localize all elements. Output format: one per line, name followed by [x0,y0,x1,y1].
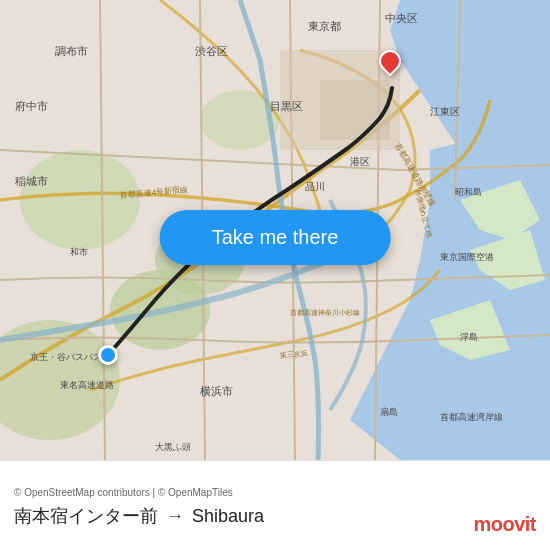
svg-text:横浜市: 横浜市 [200,385,233,397]
svg-text:調布市: 調布市 [55,45,88,57]
svg-text:品川: 品川 [305,181,325,192]
svg-text:目黒区: 目黒区 [270,100,303,112]
svg-text:東名高速道路: 東名高速道路 [60,380,114,390]
svg-point-7 [20,150,140,250]
svg-text:和市: 和市 [70,247,88,257]
svg-text:江東区: 江東区 [430,106,460,117]
svg-text:東京都: 東京都 [308,20,341,32]
svg-text:扇島: 扇島 [380,407,398,417]
attribution: © OpenStreetMap contributors | © OpenMap… [14,487,536,498]
destination-pin [379,50,401,72]
route-arrow: → [166,506,184,527]
svg-text:府中市: 府中市 [15,100,48,112]
moovit-brand-text: moovit [473,513,536,536]
svg-text:首都高速神奈川小杉線: 首都高速神奈川小杉線 [290,309,360,316]
bottom-bar: © OpenStreetMap contributors | © OpenMap… [0,460,550,550]
app-container: 府中市 調布市 稲城市 渋谷区 東京都 中央区 江東区 目黒区 品川 港区 多摩… [0,0,550,550]
svg-text:稲城市: 稲城市 [15,175,48,187]
svg-text:中央区: 中央区 [385,12,418,24]
map-container: 府中市 調布市 稲城市 渋谷区 東京都 中央区 江東区 目黒区 品川 港区 多摩… [0,0,550,460]
moovit-logo: moovit [473,513,536,536]
svg-text:首都高速湾岸線: 首都高速湾岸線 [440,412,503,422]
route-row: 南本宿インター前 → Shibaura [14,504,536,528]
svg-text:昭和島: 昭和島 [455,187,482,197]
take-me-there-button[interactable]: Take me there [160,210,391,265]
route-to: Shibaura [192,506,264,527]
svg-text:京王・谷バスバス: 京王・谷バスバス [30,352,102,362]
svg-text:東京国際空港: 東京国際空港 [440,252,494,262]
svg-rect-13 [320,80,390,140]
svg-text:渋谷区: 渋谷区 [195,45,228,57]
svg-text:大黒ふ頭: 大黒ふ頭 [155,442,191,452]
origin-pin [98,345,118,365]
route-from: 南本宿インター前 [14,504,158,528]
svg-text:浮島: 浮島 [460,332,478,342]
svg-text:港区: 港区 [350,156,370,167]
